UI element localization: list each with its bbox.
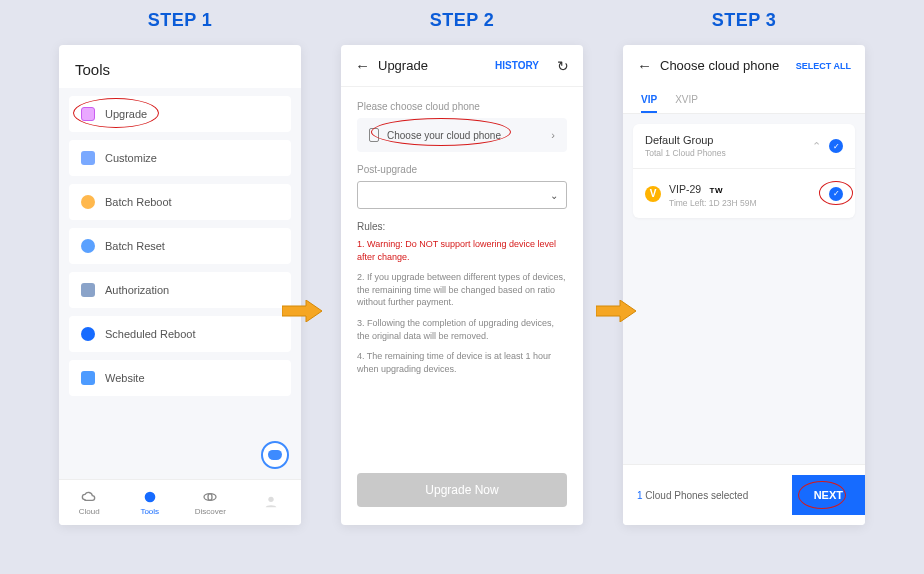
person-icon: [263, 494, 279, 510]
chevron-down-icon: ⌄: [550, 190, 558, 201]
post-upgrade-label: Post-upgrade: [357, 164, 567, 175]
divider: [633, 168, 855, 169]
step-2-label: STEP 2: [430, 10, 495, 31]
choose-label: Choose your cloud phone: [387, 130, 501, 141]
tool-authorization[interactable]: Authorization: [69, 272, 291, 308]
device-time-left: Time Left: 1D 23H 59M: [669, 198, 757, 208]
tab-vip[interactable]: VIP: [641, 86, 657, 113]
upgrade-title: Upgrade: [378, 58, 487, 73]
authorization-icon: [81, 283, 95, 297]
tool-website[interactable]: Website: [69, 360, 291, 396]
group-subtitle: Total 1 Cloud Phones: [645, 148, 726, 158]
selected-count-text: 1 Cloud Phones selected: [637, 490, 748, 501]
phone-small-icon: [369, 128, 379, 142]
device-region: TW: [710, 186, 723, 195]
tool-label: Upgrade: [105, 108, 147, 120]
step-3-label: STEP 3: [712, 10, 777, 31]
step-3-screen: ← Choose cloud phone SELECT ALL VIP XVIP…: [623, 45, 865, 525]
nav-me[interactable]: [247, 494, 295, 512]
tool-label: Authorization: [105, 284, 169, 296]
tool-label: Website: [105, 372, 145, 384]
group-name: Default Group: [645, 134, 726, 146]
next-button[interactable]: NEXT: [792, 475, 865, 515]
svg-point-0: [144, 492, 155, 503]
chevron-right-icon: ›: [551, 129, 555, 141]
tool-upgrade[interactable]: Upgrade: [69, 96, 291, 132]
choose-title: Choose cloud phone: [660, 58, 788, 73]
svg-point-1: [204, 494, 216, 501]
flow-arrow-1: [282, 300, 322, 322]
device-row[interactable]: V VIP-29 TW Time Left: 1D 23H 59M: [645, 179, 843, 208]
nav-discover[interactable]: Discover: [186, 489, 234, 516]
bottom-nav: Cloud Tools Discover: [59, 479, 301, 525]
tool-label: Customize: [105, 152, 157, 164]
cloud-icon: [81, 489, 97, 505]
history-link[interactable]: HISTORY: [495, 60, 539, 71]
tool-label: Scheduled Reboot: [105, 328, 196, 340]
tools-title: Tools: [59, 45, 301, 88]
tool-customize[interactable]: Customize: [69, 140, 291, 176]
tools-list: Upgrade Customize Batch Reboot Batch Res…: [59, 88, 301, 479]
device-name: VIP-29: [669, 183, 701, 195]
scheduled-reboot-icon: [81, 327, 95, 341]
website-icon: [81, 371, 95, 385]
svg-marker-5: [596, 300, 636, 322]
chatbot-icon[interactable]: [261, 441, 289, 469]
tab-xvip[interactable]: XVIP: [675, 86, 698, 113]
rule-3: 3. Following the completion of upgrading…: [357, 317, 567, 342]
tool-label: Batch Reboot: [105, 196, 172, 208]
group-card: Default Group Total 1 Cloud Phones ⌃ V: [633, 124, 855, 218]
svg-point-2: [208, 494, 212, 501]
chevron-up-icon: ⌃: [812, 140, 821, 153]
rule-1: 1. Warning: Do NOT support lowering devi…: [357, 238, 567, 263]
tool-batch-reboot[interactable]: Batch Reboot: [69, 184, 291, 220]
group-check-icon[interactable]: [829, 139, 843, 153]
batch-reset-icon: [81, 239, 95, 253]
group-header[interactable]: Default Group Total 1 Cloud Phones ⌃: [645, 134, 843, 158]
upgrade-icon: [81, 107, 95, 121]
back-icon[interactable]: ←: [355, 57, 370, 74]
rules-heading: Rules:: [357, 221, 567, 232]
svg-point-3: [268, 496, 273, 501]
refresh-icon[interactable]: ↻: [557, 58, 569, 74]
step-2-screen: ← Upgrade HISTORY ↻ Please choose cloud …: [341, 45, 583, 525]
nav-tools[interactable]: Tools: [126, 489, 174, 516]
device-check-wrapper: [829, 187, 843, 201]
customize-icon: [81, 151, 95, 165]
tool-scheduled-reboot[interactable]: Scheduled Reboot: [69, 316, 291, 352]
rule-4: 4. The remaining time of device is at le…: [357, 350, 567, 375]
select-all-link[interactable]: SELECT ALL: [796, 61, 851, 71]
choose-section-label: Please choose cloud phone: [357, 101, 567, 112]
discover-icon: [202, 489, 218, 505]
tool-label: Batch Reset: [105, 240, 165, 252]
device-check-icon[interactable]: [829, 187, 843, 201]
svg-marker-4: [282, 300, 322, 322]
flow-arrow-2: [596, 300, 636, 322]
batch-reboot-icon: [81, 195, 95, 209]
rule-2: 2. If you upgrade between different type…: [357, 271, 567, 309]
tier-tabs: VIP XVIP: [623, 86, 865, 114]
post-upgrade-select[interactable]: ⌄: [357, 181, 567, 209]
vip-badge-icon: V: [645, 186, 661, 202]
back-icon[interactable]: ←: [637, 57, 652, 74]
nav-cloud[interactable]: Cloud: [65, 489, 113, 516]
choose-cloud-phone-row[interactable]: Choose your cloud phone ›: [357, 118, 567, 152]
tool-batch-reset[interactable]: Batch Reset: [69, 228, 291, 264]
tools-nav-icon: [142, 489, 158, 505]
upgrade-now-button[interactable]: Upgrade Now: [357, 473, 567, 507]
step-1-label: STEP 1: [148, 10, 213, 31]
step-1-screen: Tools Upgrade Customize Batch Reboot: [59, 45, 301, 525]
